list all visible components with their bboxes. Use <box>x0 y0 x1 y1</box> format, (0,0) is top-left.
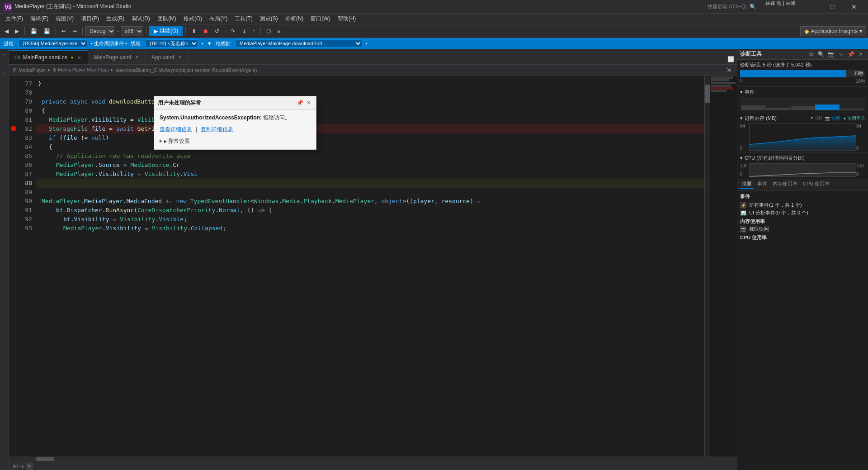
diag-expand-button[interactable]: ⤡ <box>836 50 845 59</box>
platform-dropdown[interactable]: x86 <box>121 26 143 36</box>
tab-app-xaml[interactable]: App.xaml ✕ <box>146 50 189 64</box>
tab-label-mainpage-cs: MainPage.xaml.cs <box>23 54 67 61</box>
code-content[interactable]: } private async void downloadButton_Clic… <box>36 76 704 456</box>
exception-value: 拒绝访问。 <box>263 114 290 121</box>
menu-project[interactable]: 项目(P) <box>77 14 103 24</box>
tab-close-mainpage-cs[interactable]: ✕ <box>76 54 82 61</box>
search-icon[interactable]: 🔍 <box>750 4 756 10</box>
event-bar <box>766 108 790 110</box>
ln-77: 77 <box>9 79 36 88</box>
minimize-button[interactable]: ─ <box>800 0 821 14</box>
step-into-button[interactable]: ↴ <box>239 26 249 36</box>
continue-button[interactable]: ▶ 继续(O) <box>149 26 183 36</box>
diag-search-button[interactable]: 🔍 <box>816 50 826 59</box>
popup-title: 用户未处理的异常 <box>158 98 201 107</box>
maximize-editor-button[interactable]: ⬜ <box>725 54 737 64</box>
process-select[interactable]: [18356] MediaPlayer.exe <box>19 39 87 47</box>
cpu-min-r: 0 <box>856 172 865 177</box>
collapse-icon: ▾ <box>740 89 743 95</box>
thread-select[interactable]: [18144] <无名称> <box>146 39 198 47</box>
menu-tools[interactable]: 工具(T) <box>231 14 256 24</box>
diag-tab-summary[interactable]: 摘要 <box>740 180 754 189</box>
diag-title: 诊断工具 <box>740 50 762 58</box>
undo-button[interactable]: ↩ <box>59 26 69 36</box>
mem-button[interactable]: ≡ <box>274 26 283 36</box>
ln-92: 92 <box>9 215 36 224</box>
pause-button[interactable]: ⏸ <box>189 26 199 36</box>
menu-edit[interactable]: 编辑(E) <box>27 14 52 24</box>
diag-pin-button[interactable]: 📌 <box>846 50 855 59</box>
mem-legend: ▼ GC 📷 快照 ● 专用字节 <box>810 115 865 122</box>
maximize-button[interactable]: □ <box>822 0 843 14</box>
title-bar: VS MediaPlayer (正在调试) - Microsoft Visual… <box>0 0 868 14</box>
forward-button[interactable]: ▶ <box>12 26 22 36</box>
diag-events-collapse[interactable]: ▾ 事件 <box>740 89 865 95</box>
menu-build[interactable]: 生成(B) <box>103 14 128 24</box>
tab-mainpage-xaml-cs[interactable]: C# MainPage.xaml.cs ● ✕ <box>9 50 88 64</box>
maximize-editor-btn-2[interactable]: ⇲ <box>724 65 733 75</box>
toolbar-sep-1 <box>24 27 25 35</box>
stack-select[interactable]: MediaPlayer.MainPage.downloadButt... <box>236 39 362 47</box>
editor-scrollbar[interactable] <box>704 76 710 456</box>
sidebar-git-icon[interactable]: ⑂ <box>0 60 9 68</box>
h-scrollbar-thumb[interactable] <box>36 457 54 461</box>
diag-settings-button[interactable]: ⚙ <box>807 50 816 59</box>
copy-details-link[interactable]: 复制详细信息 <box>201 125 233 134</box>
stop-button[interactable]: ⏹ <box>200 26 211 36</box>
menu-view[interactable]: 视图(V) <box>52 14 77 24</box>
diag-cpu-collapse[interactable]: ▾ CPU (所有处理器的百分比) <box>740 155 865 161</box>
ln-81: 81 <box>9 115 36 124</box>
zoom-dropdown-button[interactable]: ▾ <box>26 463 33 470</box>
close-button[interactable]: ✕ <box>844 0 864 14</box>
step-out-button[interactable]: ↑ <box>250 26 258 36</box>
diag-tabs-row: 摘要 事件 内存使用率 CPU 使用率 <box>737 179 868 190</box>
exception-settings[interactable]: ▸ 异常设置 <box>160 137 311 146</box>
tab-close-mainpage-xaml[interactable]: ✕ <box>134 54 140 61</box>
step-over-button[interactable]: ↷ <box>228 26 238 36</box>
menu-team[interactable]: 团队(M) <box>154 14 180 24</box>
diag-tab-memory[interactable]: 内存使用率 <box>771 180 799 189</box>
menu-layout[interactable]: 布局(Y) <box>206 14 231 24</box>
save-all-button[interactable]: 💾 <box>41 26 53 36</box>
application-insights-button[interactable]: ◆ Application Insights ▾ <box>800 26 866 36</box>
tab-close-app-xaml[interactable]: ✕ <box>177 54 183 61</box>
menu-analyze[interactable]: 分析(N) <box>282 14 307 24</box>
diag-close-button[interactable]: ✕ <box>856 50 865 59</box>
menu-format[interactable]: 格式(O) <box>180 14 206 24</box>
menu-window[interactable]: 窗口(W) <box>307 14 334 24</box>
debug-config-dropdown[interactable]: Debug <box>85 26 115 36</box>
breakpoint-82 <box>11 126 16 131</box>
diag-toolbar: ⚙ 🔍 📷 ⤡ 📌 ✕ <box>807 50 865 59</box>
code-line-77: } <box>36 79 704 88</box>
diag-tab-events[interactable]: 事件 <box>755 180 769 189</box>
diag-memory-collapse[interactable]: ▾ 进程内存 (MB) ▼ GC 📷 快照 ● 专用字节 <box>740 115 865 122</box>
path-sep-1: ▸ <box>48 67 51 73</box>
mem-chart-svg <box>750 124 856 151</box>
tab-mainpage-xaml[interactable]: MainPage.xaml ✕ <box>88 50 146 64</box>
restart-button[interactable]: ↺ <box>212 26 222 36</box>
insights-dropdown-icon: ▾ <box>859 28 862 34</box>
menu-debug[interactable]: 调试(D) <box>128 14 154 24</box>
event-bar <box>840 109 864 110</box>
exception-popup: 用户未处理的异常 📌 ✕ System.UnauthorizedAccessEx… <box>154 96 316 150</box>
diag-tab-cpu[interactable]: CPU 使用率 <box>801 180 831 189</box>
cpu-max-r: 100 <box>856 163 865 168</box>
diag-camera-button[interactable]: 📷 <box>826 50 835 59</box>
back-button[interactable]: ◀ <box>2 26 11 36</box>
popup-actions: 📌 ✕ <box>296 99 312 106</box>
event-label-1: 所有事件(1 个，共 1 个) <box>749 202 802 209</box>
cpu-y-axis-right: 100 0 <box>856 163 865 177</box>
popup-close-button[interactable]: ✕ <box>305 99 312 106</box>
hex-button[interactable]: ⬡ <box>264 26 274 36</box>
popup-pin-button[interactable]: 📌 <box>296 99 303 106</box>
sidebar-run-icon[interactable]: ▷ <box>0 69 9 77</box>
save-button[interactable]: 💾 <box>28 26 40 36</box>
menu-file[interactable]: 文件(F) <box>2 14 27 24</box>
horizontal-scrollbar[interactable] <box>9 456 737 462</box>
menu-help[interactable]: 帮助(H) <box>334 14 360 24</box>
menu-test[interactable]: 测试(S) <box>256 14 282 24</box>
sidebar-solution-icon[interactable]: ≡ <box>0 51 9 59</box>
redo-button[interactable]: ↪ <box>70 26 80 36</box>
mem-chart <box>749 123 856 151</box>
view-details-link[interactable]: 查看详细信息 <box>160 125 192 134</box>
